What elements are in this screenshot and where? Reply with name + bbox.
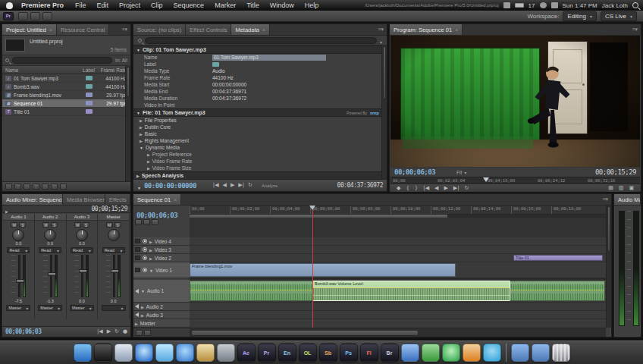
trash-icon[interactable] [552,344,570,362]
tab-metadata[interactable]: Metadata [231,24,269,35]
timeline-vscrollbar[interactable] [606,206,611,328]
zoom-out-icon[interactable] [136,330,143,336]
new-bin-icon[interactable] [42,184,49,190]
automation-mode-select[interactable]: Read [39,247,61,253]
label-chip[interactable] [212,62,219,67]
speaker-icon[interactable] [135,289,139,293]
mark-out-button[interactable]: } [415,186,418,191]
output-select[interactable] [102,305,126,311]
output-select[interactable]: Master [70,305,94,311]
close-icon[interactable] [259,27,265,33]
panel-menu-button[interactable]: ≡▾ [599,194,611,205]
panel-menu-button[interactable]: ≡▾ [629,24,641,35]
iphoto-icon[interactable] [196,344,215,362]
go-to-in-button[interactable]: |◀ [423,186,429,191]
loop-button[interactable]: ↻ [114,329,119,334]
cs-live-button[interactable]: CS Live [601,11,637,21]
mark-in-button[interactable]: { [406,186,409,191]
track-header-video2[interactable]: Video 2 [133,254,190,262]
label-chip[interactable] [86,76,93,80]
tab-source-monitor[interactable]: Source: (no clips) [133,24,186,35]
automation-mode-select[interactable]: Read [7,247,30,253]
metadata-search-input[interactable] [145,37,377,44]
label-chip[interactable] [86,84,93,89]
group-dublin-core[interactable]: Dublin Core [133,124,387,130]
play-button[interactable]: ▶ [444,186,447,191]
track-header-audio1[interactable]: Audio 1 [133,280,190,303]
track-video1[interactable]: Frame blending1.mov [190,262,606,278]
project-scrollbar[interactable] [125,66,130,182]
display-status-icon[interactable] [503,2,510,8]
step-back-button[interactable]: ◀ [434,186,438,191]
battery-status-icon[interactable] [515,3,524,8]
extract-button[interactable]: ▥ [619,186,624,191]
solo-button[interactable] [19,222,26,228]
lock-track-icon[interactable] [135,239,140,243]
timeline-ruler[interactable]: 00;00 00;00;02;00 00;00;04;00 00;00;06;0… [190,206,606,215]
zoom-level-select[interactable]: Fit [456,170,466,175]
list-view-icon[interactable] [5,184,12,190]
mute-button[interactable] [42,222,49,228]
analyze-button[interactable]: Analyze [262,184,278,188]
step-back-button[interactable]: ◀ [223,183,227,188]
zoom-in-icon[interactable] [144,330,151,336]
onlocation-icon[interactable]: OL [299,344,317,362]
add-marker-button[interactable]: ◆ [397,186,400,191]
soundbooth-icon[interactable]: Sb [319,344,337,362]
solo-button[interactable] [114,222,121,228]
tab-audio-mixer[interactable]: Audio Mixer: Sequence 01 [2,194,63,205]
track-video3[interactable] [190,246,606,254]
output-select[interactable]: Master [6,305,30,311]
premiere-pro-icon[interactable]: Pr [258,344,276,362]
balance-knob[interactable] [108,229,120,241]
volume-fader[interactable] [113,255,115,297]
triangle-down-icon[interactable] [141,288,145,293]
bridge-icon[interactable]: Br [381,344,399,362]
panel-menu-button[interactable]: ≡▾ [118,24,130,35]
mute-button[interactable] [11,222,17,228]
volume-fader[interactable] [18,255,20,297]
tab-media-browser[interactable]: Media Browser [63,194,105,205]
track-video4[interactable] [190,237,606,246]
triangle-right-icon[interactable] [149,256,152,261]
workspace-select[interactable]: Editing [563,11,596,21]
group-dynamic-media[interactable]: Dynamic Media [133,144,387,151]
menu-sequence[interactable]: Sequence [168,0,210,11]
preview-icon[interactable] [217,344,235,362]
search-filter-select[interactable]: In: All [115,58,127,63]
track-header-audio3[interactable]: Audio 3 [133,311,190,319]
label-chip[interactable] [86,109,93,114]
triangle-right-icon[interactable] [135,321,138,326]
close-icon[interactable] [171,196,177,203]
menu-help[interactable]: Help [300,0,325,11]
project-row-title01[interactable]: TTitle 01 [2,108,130,116]
dashboard-icon[interactable] [94,344,112,362]
clear-icon[interactable] [60,184,67,190]
file-section-header[interactable]: File: 01 Tom Sawyer.mp3 Powered By xmp [133,108,387,117]
timeline-playhead-line[interactable] [312,210,313,328]
tab-effects[interactable]: Effects [105,194,130,205]
flash-icon[interactable]: Fl [360,344,378,362]
toggle-track-output-icon[interactable] [143,256,147,260]
menu-window[interactable]: Window [265,0,300,11]
automation-mode-select[interactable]: Read [102,247,125,253]
spotlight-icon[interactable] [632,2,638,8]
menu-user-name[interactable]: Jack Loth [602,2,628,9]
volume-fader[interactable] [81,255,83,297]
mute-button[interactable] [106,222,113,228]
spotify-icon[interactable] [442,344,460,362]
mute-button[interactable] [74,222,81,228]
menu-file[interactable]: File [70,0,92,11]
step-forward-button[interactable]: ▶| [453,186,460,191]
export-frame-button[interactable]: ▣ [629,186,634,191]
downloads-folder-icon[interactable] [511,344,529,362]
project-row-bomb3[interactable]: ♪Bomb3.wav 44100 Hz [2,83,130,91]
itunes-icon[interactable] [176,344,194,362]
tab-program[interactable]: Program: Sequence 01 [390,24,463,35]
go-to-in-button[interactable]: |◀ [97,329,103,334]
lift-button[interactable]: ▤ [608,186,613,191]
after-effects-icon[interactable]: Ae [237,344,256,362]
word-icon[interactable] [401,344,419,362]
close-icon[interactable] [452,27,458,33]
vlc-icon[interactable] [463,344,481,362]
